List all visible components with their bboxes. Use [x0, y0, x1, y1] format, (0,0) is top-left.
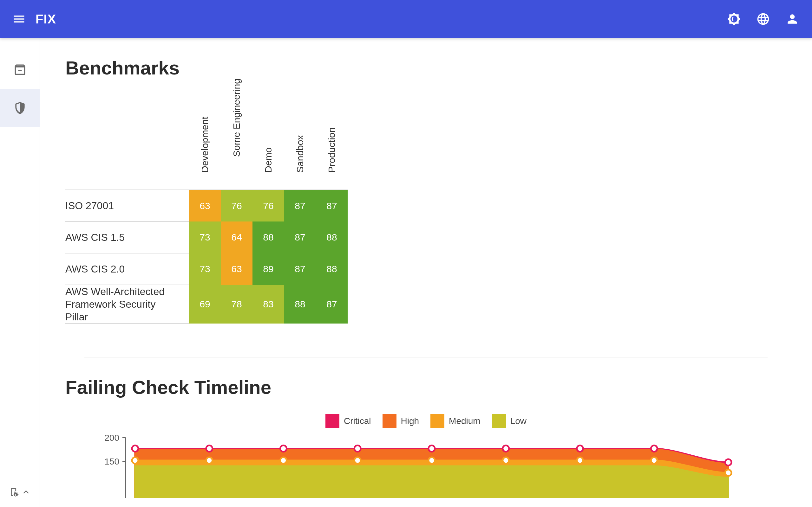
legend-item[interactable]: Low	[492, 414, 526, 428]
chart-point	[206, 457, 212, 464]
legend-item[interactable]: High	[383, 414, 419, 428]
brightness-icon	[727, 12, 741, 26]
heatmap-cell[interactable]: 76	[252, 190, 284, 222]
chart-point	[206, 446, 212, 452]
heatmap-column-header[interactable]: Demo	[252, 95, 284, 190]
heatmap-cell[interactable]: 83	[252, 285, 284, 324]
sidebar-item-inventory[interactable]	[0, 51, 40, 89]
app-bar: FIX	[0, 0, 812, 38]
legend-label: Medium	[449, 416, 480, 426]
chart-point	[725, 469, 731, 476]
sidebar	[0, 38, 40, 507]
timeline-chart: 150200	[65, 435, 782, 499]
chart-area	[135, 466, 728, 498]
sidebar-item-security[interactable]	[0, 89, 40, 127]
person-icon	[785, 12, 799, 26]
heatmap-cell[interactable]: 88	[316, 253, 348, 285]
chart-point	[725, 459, 731, 465]
room-preferences-icon	[9, 487, 19, 498]
archive-icon	[13, 63, 27, 77]
chart-point	[651, 457, 657, 464]
legend-swatch	[325, 414, 339, 428]
heatmap-cell[interactable]: 87	[284, 190, 316, 222]
section-divider	[84, 357, 768, 357]
account-button[interactable]	[784, 11, 801, 27]
heatmap-cell[interactable]: 87	[284, 253, 316, 285]
y-tick-label: 200	[104, 435, 119, 443]
timeline-heading: Failing Check Timeline	[65, 377, 786, 398]
heatmap-cell[interactable]: 69	[189, 285, 221, 324]
legend-label: High	[401, 416, 419, 426]
brand-logo[interactable]: FIX	[36, 12, 56, 26]
legend-swatch	[383, 414, 397, 428]
chart-point	[428, 457, 435, 464]
chevron-up-icon	[20, 487, 32, 498]
chart-point	[503, 446, 509, 452]
legend-label: Low	[510, 416, 526, 426]
chart-point	[132, 457, 138, 464]
chart-point	[428, 446, 435, 452]
legend-swatch	[492, 414, 506, 428]
chart-point	[281, 446, 287, 452]
heatmap-cell[interactable]: 73	[189, 222, 221, 253]
main-content: Benchmarks DevelopmentSome EngineeringDe…	[40, 38, 812, 507]
heatmap-row-header[interactable]: AWS CIS 2.0	[65, 253, 189, 285]
heatmap-cell[interactable]: 64	[221, 222, 252, 253]
chart-point	[651, 446, 657, 452]
heatmap-cell[interactable]: 88	[284, 285, 316, 324]
chart-point	[577, 446, 583, 452]
benchmarks-heading: Benchmarks	[65, 57, 786, 79]
theme-toggle-button[interactable]	[726, 11, 742, 27]
heatmap-row-header[interactable]: AWS CIS 1.5	[65, 222, 189, 253]
heatmap-cell[interactable]: 89	[252, 253, 284, 285]
heatmap-cell[interactable]: 63	[221, 253, 252, 285]
heatmap-row-header[interactable]: AWS Well-Architected Framework Security …	[65, 285, 189, 324]
benchmarks-heatmap: DevelopmentSome EngineeringDemoSandboxPr…	[65, 95, 348, 324]
heatmap-column-header[interactable]: Production	[316, 95, 348, 190]
heatmap-cell[interactable]: 73	[189, 253, 221, 285]
heatmap-cell[interactable]: 76	[221, 190, 252, 222]
chart-point	[281, 457, 287, 464]
legend-label: Critical	[344, 416, 371, 426]
heatmap-cell[interactable]: 87	[316, 285, 348, 324]
chart-point	[577, 457, 583, 464]
heatmap-column-header[interactable]: Development	[189, 95, 221, 190]
chart-point	[132, 446, 138, 452]
chart-point	[503, 457, 509, 464]
heatmap-column-header[interactable]: Some Engineering	[221, 95, 252, 190]
legend-item[interactable]: Medium	[430, 414, 480, 428]
heatmap-cell[interactable]: 88	[252, 222, 284, 253]
legend-item[interactable]: Critical	[325, 414, 371, 428]
chart-point	[354, 446, 361, 452]
language-button[interactable]	[755, 11, 771, 27]
shield-icon	[13, 101, 27, 115]
heatmap-cell[interactable]: 87	[316, 190, 348, 222]
heatmap-cell[interactable]: 88	[316, 222, 348, 253]
chart-point	[354, 457, 361, 464]
menu-button[interactable]	[11, 11, 27, 26]
y-tick-label: 150	[104, 457, 119, 466]
heatmap-cell[interactable]: 63	[189, 190, 221, 222]
sidebar-settings-button[interactable]	[0, 487, 40, 498]
chart-legend: CriticalHighMediumLow	[65, 414, 786, 428]
heatmap-cell[interactable]: 78	[221, 285, 252, 324]
heatmap-column-header[interactable]: Sandbox	[284, 95, 316, 190]
legend-swatch	[430, 414, 444, 428]
heatmap-row-header[interactable]: ISO 27001	[65, 190, 189, 222]
hamburger-icon	[12, 12, 26, 26]
timeline-svg: 150200	[65, 435, 782, 498]
globe-icon	[756, 12, 770, 26]
heatmap-cell[interactable]: 87	[284, 222, 316, 253]
